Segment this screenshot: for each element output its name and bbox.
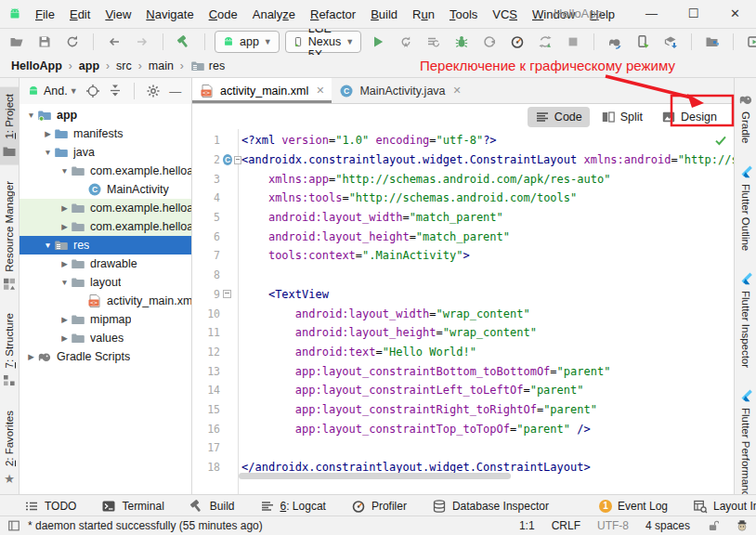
device-dropdown[interactable]: LGE Nexus 5X ▼ [285,31,361,53]
bottom-bar-item-database-inspector[interactable]: Database Inspector [432,499,549,514]
locate-file-icon[interactable] [85,84,100,98]
stripe-item-flutter-inspector[interactable]: Flutter Inspector [736,265,755,374]
unlock-icon[interactable] [707,519,719,532]
line-ending-indicator[interactable]: CRLF [552,519,580,532]
folder-package-icon [71,312,85,327]
collapse-all-icon[interactable] [108,84,123,98]
tree-item-layout[interactable]: ▼layout [20,273,191,292]
apply-code-changes-icon [426,34,441,49]
inspections-hector-icon[interactable] [736,519,749,532]
sdk-manager-button[interactable] [659,32,682,52]
stripe-item-resource-manager[interactable]: Resource Manager [0,175,19,298]
tree-item-com-example-helloa[interactable]: ▶com.example.helloa [20,199,191,217]
run-play-button[interactable] [367,32,389,52]
running-devices-button[interactable] [743,32,756,52]
encoding-indicator[interactable]: UTF-8 [597,519,629,532]
tree-item-mainactivity[interactable]: CMainActivity [20,180,191,199]
menu-item-refactor[interactable]: Refactor [303,1,363,28]
stripe-item-flutter-performance[interactable]: Flutter Performance [736,382,755,494]
breadcrumb-item-app[interactable]: app [77,59,101,72]
indent-indicator[interactable]: 4 spaces [645,519,690,532]
menu-item-view[interactable]: View [98,1,138,28]
bottom-bar-item-profiler[interactable]: Profiler [351,499,407,514]
bottom-bar-item-build[interactable]: Build [189,499,235,514]
close-icon[interactable]: ✕ [316,85,324,97]
bottom-bar-item-6-logcat[interactable]: 6: Logcat [260,499,326,514]
menu-item-navigate[interactable]: Navigate [138,1,201,28]
project-view-selector[interactable]: And. [44,85,68,98]
run-configuration-dropdown[interactable]: app ▼ [215,31,280,53]
menu-item-edit[interactable]: Edit [62,1,98,28]
tool-window-switcher-icon[interactable] [7,519,20,532]
menu-item-code[interactable]: Code [202,1,245,28]
apply-changes-button[interactable] [395,32,417,52]
inspection-ok-icon[interactable] [713,133,728,148]
bottom-bar-item-layout-inspector[interactable]: Layout Inspector [693,499,756,514]
tree-item-res[interactable]: ▼res [20,236,191,254]
menu-item-build[interactable]: Build [363,1,405,28]
stripe-item-7-structure[interactable]: 7: Structure [0,307,19,394]
tab-mainactivity-java[interactable]: CMainActivity.java✕ [332,78,468,103]
tab-activity-main-xml[interactable]: <>activity_main.xml✕ [192,78,332,103]
back-button[interactable] [103,32,125,52]
tree-item-mipmap[interactable]: ▶mipmap [20,310,191,329]
mode-button-split[interactable]: Split [593,107,650,127]
stop-button[interactable] [562,32,584,52]
mode-button-code[interactable]: Code [528,107,590,127]
mode-button-design[interactable]: Design [654,107,724,127]
bottom-bar-item-event-log[interactable]: 1Event Log [599,500,668,513]
hide-panel-icon[interactable]: — [168,84,183,98]
apply-code-changes-button[interactable] [423,32,445,52]
stripe-item-1-project[interactable]: 1: Project [0,87,19,165]
menu-item-tools[interactable]: Tools [442,1,485,28]
forward-button[interactable] [131,32,153,52]
open-folder-button[interactable] [6,32,28,52]
tree-item-manifests[interactable]: ▶manifests [20,124,191,143]
bottom-bar-item-todo[interactable]: TODO [24,499,76,514]
save-button[interactable] [33,32,56,52]
main-toolbar: app ▼ LGE Nexus 5X ▼ [0,29,756,55]
stripe-item-2-favorites[interactable]: ★2: Favorites [0,404,19,492]
fold-marker-icon[interactable] [223,290,231,298]
tree-item-activity-main-xm[interactable]: <>activity_main.xm [20,292,191,310]
minimize-button[interactable]: — [631,0,672,28]
tree-item-com-example-helloa[interactable]: ▼com.example.helloa [20,162,191,180]
stripe-item-gradle[interactable]: Gradle [736,85,755,150]
tree-item-gradle-scripts[interactable]: ▶Gradle Scripts [20,347,191,366]
bottom-bar-item-terminal[interactable]: Terminal [101,499,163,514]
sync-button[interactable] [61,32,84,52]
tree-item-values[interactable]: ▶values [20,329,191,347]
tree-item-drawable[interactable]: ▶drawable [20,254,191,273]
fold-marker-icon[interactable] [234,156,241,164]
close-button[interactable]: ✕ [714,0,756,28]
rerun-changes-button[interactable] [534,32,556,52]
breadcrumb-item-res[interactable]: res [189,59,227,73]
device-manager-button[interactable] [632,32,654,52]
code-text: android:layout_width="wrap_content" [241,307,734,320]
build-hammer-button[interactable] [173,32,195,52]
menu-item-vcs[interactable]: VCS [485,1,525,28]
profile-app-button[interactable] [506,32,528,52]
breadcrumb-item-src[interactable]: src [114,59,134,72]
tree-item-java[interactable]: ▼java [20,143,191,162]
close-icon[interactable]: ✕ [453,85,462,97]
menu-item-run[interactable]: Run [405,1,442,28]
device-file-explorer-button[interactable] [701,32,723,52]
stripe-item-flutter-outline[interactable]: Flutter Outline [736,158,755,257]
menu-item-analyze[interactable]: Analyze [245,1,303,28]
maximize-button[interactable]: ☐ [672,0,714,28]
debug-button[interactable] [450,32,473,52]
breadcrumb-item-helloapp[interactable]: HelloApp [9,59,64,72]
code-editor[interactable]: 1<?xml version="1.0" encoding="utf-8"?>2… [192,129,734,494]
menu-item-file[interactable]: File [28,1,62,28]
attach-debugger-button[interactable] [478,32,501,52]
gear-icon[interactable] [146,84,161,98]
breadcrumb-item-main[interactable]: main [147,59,176,72]
horizontal-scrollbar[interactable] [239,473,511,479]
tree-item-app[interactable]: ▼app [20,106,191,124]
svg-text:<>: <> [202,89,210,97]
tree-item-com-example-helloa[interactable]: ▶com.example.helloa [20,217,191,236]
caret-position[interactable]: 1:1 [519,519,535,532]
svg-text:<>: <> [90,299,98,307]
gradle-sync-button[interactable] [604,32,626,52]
